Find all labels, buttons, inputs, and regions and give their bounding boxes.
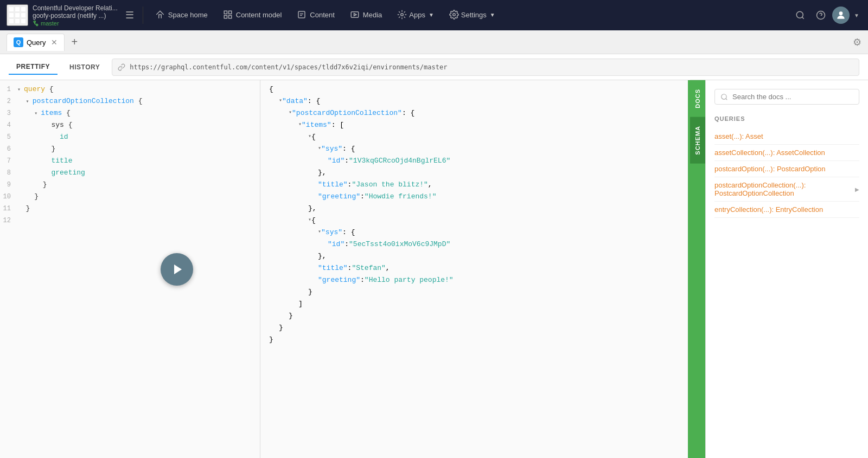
brand-subtitle: goofy-postcard (netlify ...) bbox=[33, 12, 118, 20]
svg-line-14 bbox=[802, 17, 804, 18]
result-line: ▾ { bbox=[269, 132, 679, 144]
nav-settings[interactable]: Settings ▼ bbox=[442, 0, 503, 30]
close-tab-button[interactable]: ✕ bbox=[49, 38, 58, 47]
result-line: }, bbox=[269, 251, 679, 263]
docs-item[interactable]: assetCollection(...): AssetCollection bbox=[714, 145, 859, 161]
editor-line: 9 } bbox=[0, 180, 260, 192]
editor-line: 8 greeting bbox=[0, 168, 260, 180]
editor-line: 3 ▾ items { bbox=[0, 108, 260, 120]
account-chevron-button[interactable]: ▼ bbox=[852, 12, 861, 18]
result-line: { bbox=[269, 85, 679, 96]
result-line: "title": "Stefan", bbox=[269, 263, 679, 275]
nav-space-home[interactable]: Space home bbox=[148, 0, 215, 30]
editor-line: 5 id bbox=[0, 132, 260, 144]
tab-settings-button[interactable]: ⚙ bbox=[853, 36, 861, 48]
history-button[interactable]: HISTORY bbox=[62, 60, 107, 74]
docs-item[interactable]: postcardOptionCollection(...): PostcardO… bbox=[714, 177, 859, 202]
prettify-button[interactable]: PRETTIFY bbox=[9, 60, 58, 75]
link-icon bbox=[118, 63, 125, 71]
apps-grid-button[interactable] bbox=[7, 4, 28, 26]
svg-point-17 bbox=[839, 11, 843, 15]
svg-point-0 bbox=[34, 21, 35, 22]
editor-line: 1▾ query { bbox=[0, 85, 260, 96]
editor-line: 2 ▾ postcardOptionCollection { bbox=[0, 96, 260, 108]
toolbar: PRETTIFY HISTORY https://graphql.content… bbox=[0, 54, 868, 80]
editor-line: 4 sys { bbox=[0, 120, 260, 132]
svg-rect-9 bbox=[351, 12, 359, 18]
result-line: "title": "Jason the blitz!", bbox=[269, 180, 679, 192]
result-line: "greeting": "Howdie friends!" bbox=[269, 192, 679, 204]
schema-tab[interactable]: SCHEMA bbox=[690, 117, 705, 164]
branch-badge: master bbox=[33, 20, 118, 27]
settings-chevron-icon: ▼ bbox=[490, 12, 495, 18]
editor-line: 12 bbox=[0, 216, 260, 228]
add-tab-button[interactable]: + bbox=[67, 36, 82, 48]
result-panel[interactable]: {▾ "data": {▾ "postcardOptionCollection"… bbox=[260, 80, 690, 458]
svg-rect-2 bbox=[224, 11, 227, 14]
result-line: ▾ { bbox=[269, 216, 679, 228]
docs-panel: QUERIES asset(...): AssetassetCollection… bbox=[705, 80, 868, 458]
search-docs-icon bbox=[720, 93, 728, 101]
brand-info: Contentful Developer Relati... goofy-pos… bbox=[33, 4, 118, 27]
main-area: 1▾ query {2 ▾ postcardOptionCollection {… bbox=[0, 80, 868, 458]
svg-line-20 bbox=[726, 98, 727, 100]
nav-divider bbox=[143, 7, 143, 24]
avatar[interactable] bbox=[832, 7, 850, 24]
editor-panel[interactable]: 1▾ query {2 ▾ postcardOptionCollection {… bbox=[0, 80, 260, 458]
query-tab-icon: Q bbox=[14, 37, 23, 47]
result-line: "id": "1V3kqGCRcoOjd4nBglrEL6" bbox=[269, 156, 679, 168]
search-docs-bar[interactable] bbox=[714, 89, 859, 105]
editor-line: 11 } bbox=[0, 204, 260, 216]
result-line: ▾ "sys": { bbox=[269, 228, 679, 240]
svg-point-1 bbox=[36, 24, 38, 25]
editor-line: 10 } bbox=[0, 192, 260, 204]
result-line: ▾ "items": [ bbox=[269, 120, 679, 132]
queries-section-title: QUERIES bbox=[714, 115, 859, 122]
result-line: ▾ "sys": { bbox=[269, 144, 679, 156]
result-line: ] bbox=[269, 299, 679, 311]
top-navigation: Contentful Developer Relati... goofy-pos… bbox=[0, 0, 868, 30]
result-line: } bbox=[269, 323, 679, 335]
search-button[interactable] bbox=[791, 6, 809, 24]
nav-media[interactable]: Media bbox=[342, 0, 390, 30]
url-bar: https://graphql.contentful.com/content/v… bbox=[112, 59, 859, 76]
svg-point-13 bbox=[796, 11, 803, 18]
docs-item[interactable]: asset(...): Asset bbox=[714, 128, 859, 145]
nav-items: Space home Content model Content Media A… bbox=[148, 0, 791, 30]
search-docs-input[interactable] bbox=[732, 93, 853, 101]
editor-line: 6 } bbox=[0, 144, 260, 156]
svg-point-11 bbox=[401, 14, 404, 16]
apps-chevron-icon: ▼ bbox=[429, 12, 434, 18]
svg-point-19 bbox=[722, 94, 726, 99]
query-tab[interactable]: Q Query ✕ bbox=[7, 34, 65, 51]
nav-content[interactable]: Content bbox=[289, 0, 342, 30]
apps-grid-icon bbox=[9, 7, 25, 23]
editor-line: 7 title bbox=[0, 156, 260, 168]
nav-right-actions: ▼ bbox=[791, 6, 861, 24]
result-line: ▾ "postcardOptionCollection": { bbox=[269, 108, 679, 120]
svg-point-12 bbox=[453, 14, 456, 16]
query-tab-label: Query bbox=[27, 38, 46, 47]
docs-item[interactable]: postcardOption(...): PostcardOption bbox=[714, 161, 859, 177]
result-line: ▾ "data": { bbox=[269, 96, 679, 108]
play-button[interactable] bbox=[161, 253, 193, 286]
hamburger-button[interactable]: ☰ bbox=[121, 7, 138, 23]
nav-content-model[interactable]: Content model bbox=[215, 0, 290, 30]
docs-item[interactable]: entryCollection(...): EntryCollection bbox=[714, 202, 859, 218]
svg-marker-10 bbox=[354, 14, 356, 16]
result-line: "greeting": "Hello party people!" bbox=[269, 275, 679, 287]
result-line: }, bbox=[269, 168, 679, 180]
svg-rect-4 bbox=[224, 16, 227, 18]
tab-bar: Q Query ✕ + ⚙ bbox=[0, 30, 868, 54]
docs-tab[interactable]: DOCS bbox=[690, 80, 705, 117]
result-line: } bbox=[269, 287, 679, 299]
svg-marker-18 bbox=[174, 265, 182, 274]
result-line: "id": "5ecTsst4o0ixMoV6c9JMpD" bbox=[269, 240, 679, 251]
result-line: } bbox=[269, 335, 679, 347]
url-text: https://graphql.contentful.com/content/v… bbox=[130, 63, 447, 71]
svg-rect-3 bbox=[228, 11, 231, 14]
svg-rect-6 bbox=[298, 11, 305, 18]
help-button[interactable] bbox=[812, 6, 830, 24]
nav-apps[interactable]: Apps ▼ bbox=[390, 0, 442, 30]
result-line: }, bbox=[269, 204, 679, 216]
